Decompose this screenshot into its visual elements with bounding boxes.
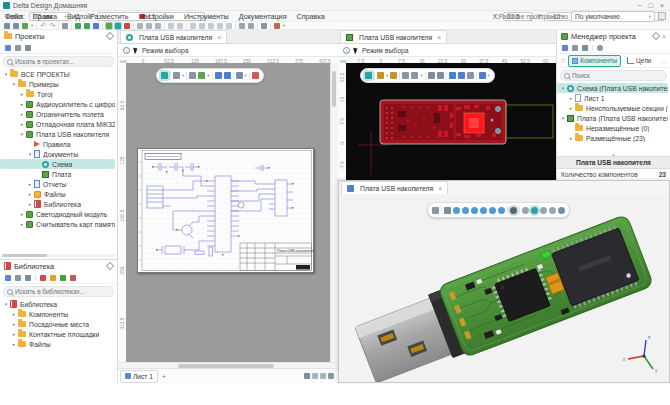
tree-item[interactable]: ▾ВСЕ ПРОЕКТЫ — [0, 69, 115, 79]
chevron-right-icon[interactable]: ▸ — [18, 111, 26, 117]
workspace-reset-icon[interactable] — [658, 12, 666, 20]
measure-3d-icon[interactable] — [432, 207, 439, 214]
save-icon[interactable] — [4, 23, 10, 29]
shading-mode-icon[interactable] — [510, 207, 517, 214]
grid-tool-icon[interactable] — [173, 72, 180, 79]
import-library-icon[interactable] — [40, 275, 46, 281]
select-tool-icon[interactable] — [161, 72, 168, 79]
tree-item[interactable]: Плата — [0, 169, 115, 179]
new-library-icon[interactable] — [5, 275, 11, 281]
tree-item[interactable]: ▸Аудиоусилитель с цифровым управлением — [0, 99, 115, 109]
menu-file[interactable]: Файл — [0, 12, 28, 21]
schematic-sheet[interactable]: Плата USB накопителя — [137, 148, 314, 273]
chevron-down-icon[interactable]: ▾ — [559, 85, 567, 91]
draw-tool-icon[interactable] — [274, 23, 280, 29]
chevron-down-icon[interactable]: ▾ — [420, 73, 422, 78]
tree-item[interactable]: ▸Отладочная плата MIK32 AMUR — [0, 119, 115, 129]
run-icon[interactable] — [304, 373, 310, 379]
copy-icon[interactable] — [137, 23, 143, 29]
viewer3d-tab[interactable]: Плата USB накопителя × — [341, 181, 448, 194]
tree-item[interactable]: ▸Файлы — [0, 189, 115, 199]
menu-documentation[interactable]: Документация — [234, 12, 292, 21]
chevron-right-icon[interactable]: ▸ — [18, 221, 26, 227]
tree-item[interactable]: ▸Светодиодный модуль — [0, 209, 115, 219]
search-icon[interactable] — [597, 45, 603, 51]
undo-icon[interactable]: ↶ — [40, 23, 46, 29]
tree-item[interactable]: ▸Считыватель карт памяти — [0, 219, 115, 229]
tree-item[interactable]: ▸Контактные площадки — [0, 329, 115, 339]
viewer-settings-icon[interactable] — [558, 207, 565, 214]
manager-search[interactable] — [560, 70, 667, 81]
via-tool-icon[interactable] — [390, 72, 397, 79]
chevron-down-icon[interactable]: ▾ — [207, 73, 209, 78]
menu-settings[interactable]: Настройки — [134, 12, 179, 21]
tree-item[interactable]: ▸Компоненты — [0, 309, 115, 319]
close-button[interactable]: × — [660, 2, 664, 9]
add-sheet-icon[interactable]: + — [162, 373, 166, 380]
pcb-tab[interactable]: Плата USB накопителя × — [340, 30, 447, 43]
distribute-icon[interactable] — [217, 23, 223, 29]
manager-search-input[interactable] — [572, 72, 663, 79]
select-tool-icon[interactable] — [365, 72, 372, 79]
workspace-select[interactable]: По умолчанию ▾ — [571, 11, 655, 22]
close-tab-icon[interactable]: × — [217, 34, 221, 41]
open-project-icon[interactable] — [22, 23, 28, 29]
rotate-tool-icon[interactable] — [428, 72, 435, 79]
schematic-tab[interactable]: Плата USB накопителя × — [120, 30, 227, 43]
tree-item-selected[interactable]: Схема — [0, 159, 115, 169]
view-bottom-icon[interactable] — [498, 207, 505, 214]
align-left-icon[interactable] — [190, 23, 196, 29]
chevron-down-icon[interactable]: ▾ — [488, 73, 490, 78]
menu-edit[interactable]: Правка — [28, 12, 62, 21]
menu-place[interactable]: Разместить — [85, 12, 134, 21]
fit-view-icon[interactable] — [239, 23, 245, 29]
library-search-input[interactable] — [15, 288, 110, 295]
pin-icon[interactable] — [106, 32, 114, 40]
tab-components[interactable]: Компоненты — [568, 55, 621, 67]
tree-item[interactable]: Правила — [0, 139, 115, 149]
chevron-right-icon[interactable]: ▸ — [18, 101, 26, 107]
options-icon[interactable] — [261, 23, 267, 29]
schematic-canvas[interactable]: ▾ ▾ ▾ — [126, 63, 331, 362]
layers-tool-icon[interactable] — [479, 72, 486, 79]
select-rect-icon[interactable] — [168, 23, 174, 29]
view-top-icon[interactable] — [489, 207, 496, 214]
tree-item[interactable]: ▾Библиотека — [0, 299, 115, 309]
probe-icon[interactable] — [124, 23, 130, 29]
chevron-right-icon[interactable]: ▸ — [567, 105, 575, 111]
place-symbol-icon[interactable] — [198, 72, 205, 79]
favorites-tab-icon[interactable]: ☆ — [560, 57, 566, 65]
tree-item[interactable]: ▾Плата USB накопителя — [0, 129, 115, 139]
rotate-view-icon[interactable] — [531, 207, 538, 214]
sheet-settings-icon[interactable] — [328, 373, 334, 379]
close-tab-icon[interactable]: × — [437, 34, 441, 41]
tree-item[interactable]: ▸Библиотека — [0, 199, 115, 209]
viewer3d-viewport[interactable]: x y z — [339, 194, 669, 382]
chevron-down-icon[interactable]: ▾ — [26, 151, 34, 157]
chevron-right-icon[interactable]: ▸ — [26, 181, 34, 187]
view-right-icon[interactable] — [480, 207, 487, 214]
chevron-right-icon[interactable]: ▸ — [567, 135, 575, 141]
pcb-mode-icon[interactable] — [115, 23, 121, 29]
chevron-down-icon[interactable]: ▾ — [18, 131, 26, 137]
tree-item-selected[interactable]: ▾Схема (Плата USB накопителя) — [557, 83, 668, 93]
snap-grid-icon[interactable] — [84, 23, 90, 29]
chevron-down-icon[interactable]: ▾ — [2, 301, 10, 307]
tree-item[interactable]: ▾Примеры — [0, 79, 115, 89]
align-tool-icon[interactable] — [449, 72, 456, 79]
tree-item[interactable]: ▸Tproj — [0, 89, 115, 99]
tree-item[interactable]: ▸Посадочные места — [0, 319, 115, 329]
tree-item[interactable]: ▾Документы — [0, 149, 115, 159]
place-line-icon[interactable] — [236, 72, 243, 79]
chevron-right-icon[interactable]: ▸ — [18, 211, 26, 217]
mirror-tool-icon[interactable] — [437, 72, 444, 79]
menu-help[interactable]: Справка — [292, 12, 330, 21]
chevron-right-icon[interactable]: ▸ — [10, 311, 18, 317]
more-tabs-icon[interactable]: … — [661, 58, 667, 64]
chevron-right-icon[interactable]: ▸ — [10, 341, 18, 347]
view-left-icon[interactable] — [471, 207, 478, 214]
close-panel-icon[interactable]: × — [662, 33, 666, 40]
region-tool-icon[interactable] — [411, 72, 418, 79]
refresh-library-icon[interactable] — [15, 275, 21, 281]
menu-view[interactable]: Вид — [62, 12, 85, 21]
